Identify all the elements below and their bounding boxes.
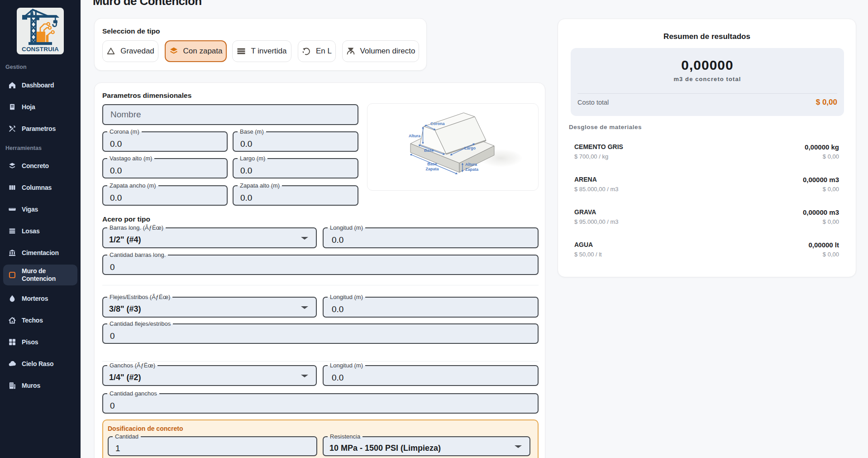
- svg-text:Base: Base: [424, 148, 434, 153]
- svg-text:Altura: Altura: [465, 162, 477, 167]
- svg-text:Altura: Altura: [409, 134, 421, 138]
- svg-text:Corona: Corona: [430, 121, 445, 126]
- svg-text:Largo: Largo: [464, 146, 476, 150]
- svg-text:Base: Base: [427, 162, 437, 166]
- svg-text:Zapata: Zapata: [465, 167, 479, 172]
- svg-text:Zapata: Zapata: [425, 167, 439, 171]
